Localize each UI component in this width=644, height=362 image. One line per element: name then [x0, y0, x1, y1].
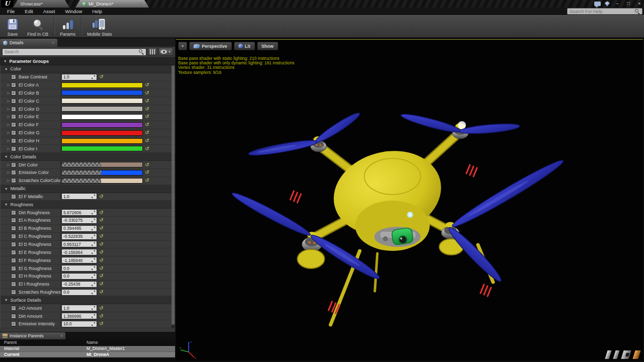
parameter-checkbox[interactable]: ✓ — [11, 210, 16, 215]
color-swatch[interactable] — [61, 98, 143, 104]
parameter-checkbox[interactable]: ✓ — [11, 250, 16, 255]
number-input[interactable]: 1.0 — [61, 74, 97, 80]
number-input[interactable]: 5.672906 — [61, 209, 97, 216]
menu-asset[interactable]: Asset — [38, 9, 60, 14]
reset-to-default-icon[interactable]: ↺ — [99, 266, 103, 271]
details-search-input[interactable] — [5, 49, 137, 54]
reset-to-default-icon[interactable]: ↺ — [145, 107, 149, 112]
number-input[interactable]: -1.185946 — [61, 257, 97, 263]
reset-to-default-icon[interactable]: ↺ — [99, 258, 103, 263]
expand-arrow-icon[interactable]: ▷ — [6, 139, 11, 143]
color-swatch[interactable] — [61, 130, 143, 136]
reset-to-default-icon[interactable]: ↺ — [99, 282, 103, 287]
tab-instance-parents[interactable]: Instance Parents × — [0, 332, 65, 339]
expand-arrow-icon[interactable]: ▷ — [6, 99, 11, 103]
parameter-checkbox[interactable]: ✓ — [11, 290, 16, 295]
parameter-checkbox[interactable]: ✓ — [11, 242, 16, 247]
reset-to-default-icon[interactable]: ↺ — [145, 170, 149, 175]
expand-arrow-icon[interactable]: ▷ — [6, 147, 11, 151]
group-header-roughness[interactable]: ▼Roughness — [1, 201, 175, 209]
expand-arrow-icon[interactable]: ▷ — [6, 170, 11, 174]
group-header-color[interactable]: ▼Color — [1, 65, 175, 73]
expand-arrow-icon[interactable]: ▷ — [6, 131, 11, 135]
group-header-metallic[interactable]: ▼Metallic — [1, 185, 175, 193]
reset-to-default-icon[interactable]: ↺ — [99, 226, 103, 231]
expand-arrow-icon[interactable]: ▷ — [6, 163, 11, 167]
find-in-cb-button[interactable]: Find in CB — [23, 17, 52, 37]
instance-parent-row-current[interactable]: CurrentMI_DroneA — [0, 352, 175, 358]
number-input[interactable]: 0.0 — [61, 289, 97, 296]
color-swatch[interactable] — [61, 170, 143, 175]
reset-to-default-icon[interactable]: ↺ — [99, 242, 103, 247]
parameter-checkbox[interactable]: ✓ — [11, 138, 16, 143]
parameter-checkbox[interactable]: ✓ — [11, 122, 16, 127]
feedback-bubble-icon[interactable] — [594, 2, 601, 6]
expand-arrow-icon[interactable]: ▷ — [6, 91, 11, 95]
number-input[interactable]: 0.394495 — [61, 225, 97, 232]
parameter-checkbox[interactable]: ✓ — [11, 194, 16, 199]
instance-parent-row-material[interactable]: MaterialM_DroneA_Master1 — [0, 346, 175, 352]
expand-arrow-icon[interactable]: ▷ — [6, 107, 11, 111]
view-options-button[interactable]: ▼ — [158, 48, 173, 56]
color-swatch[interactable] — [61, 106, 143, 112]
number-input[interactable]: -0.330275 — [61, 217, 97, 224]
number-input[interactable]: 1.0 — [61, 305, 97, 311]
group-header-surface-details[interactable]: ▼Surface Details — [1, 296, 175, 304]
params-button[interactable]: Params — [56, 17, 79, 37]
parameter-checkbox[interactable]: ✓ — [11, 162, 16, 167]
expand-arrow-icon[interactable]: ▷ — [6, 83, 11, 87]
reset-to-default-icon[interactable]: ↺ — [145, 162, 149, 167]
mobile-stats-button[interactable]: Mobile Stats — [83, 17, 116, 37]
color-swatch[interactable] — [61, 82, 143, 88]
tab-close-icon[interactable]: × — [139, 2, 142, 7]
parameter-checkbox[interactable]: ✓ — [11, 130, 16, 135]
column-filter-button[interactable] — [148, 48, 157, 56]
reset-to-default-icon[interactable]: ↺ — [99, 74, 103, 79]
number-input[interactable]: 1.386996 — [61, 313, 97, 319]
viewport-options-button[interactable]: ▼ — [178, 42, 187, 50]
reset-to-default-icon[interactable]: ↺ — [145, 82, 149, 87]
parameter-checkbox[interactable]: ✓ — [11, 282, 16, 287]
menu-help[interactable]: Help — [87, 9, 107, 14]
number-input[interactable]: -0.25438 — [61, 281, 97, 288]
reset-to-default-icon[interactable]: ↺ — [145, 90, 149, 96]
parameter-checkbox[interactable]: ✓ — [11, 170, 16, 175]
save-button[interactable]: Save — [2, 17, 23, 37]
group-header-color-details[interactable]: ▼Color Details — [1, 153, 175, 161]
parameter-checkbox[interactable]: ✓ — [11, 274, 16, 279]
reset-to-default-icon[interactable]: ↺ — [145, 99, 149, 104]
number-input[interactable]: 1.0 — [61, 193, 97, 200]
color-swatch[interactable] — [61, 138, 143, 144]
reset-to-default-icon[interactable]: ↺ — [145, 122, 149, 127]
color-swatch[interactable] — [61, 122, 143, 128]
tab-showcase[interactable]: Showcase* — [13, 0, 69, 8]
reset-to-default-icon[interactable]: ↺ — [99, 210, 103, 215]
reset-to-default-icon[interactable]: ↺ — [99, 250, 103, 255]
number-input[interactable]: 0.0 — [61, 265, 97, 272]
color-swatch[interactable] — [61, 162, 143, 167]
parameter-checkbox[interactable]: ✓ — [11, 321, 16, 326]
tab-close-icon[interactable]: × — [52, 40, 54, 45]
reset-to-default-icon[interactable]: ↺ — [145, 146, 149, 151]
reset-to-default-icon[interactable]: ↺ — [99, 290, 103, 295]
view-mode-button[interactable]: Lit — [234, 42, 255, 50]
parameter-checkbox[interactable]: ✓ — [11, 218, 16, 223]
minimize-button[interactable]: − — [614, 1, 621, 7]
color-swatch[interactable] — [61, 114, 143, 120]
parameter-checkbox[interactable]: ✓ — [11, 234, 16, 239]
parameter-checkbox[interactable]: ✓ — [11, 258, 16, 263]
tab-close-icon[interactable]: × — [60, 333, 63, 338]
parameter-checkbox[interactable]: ✓ — [11, 90, 16, 96]
parameter-checkbox[interactable]: ✓ — [11, 226, 16, 231]
reset-to-default-icon[interactable]: ↺ — [145, 114, 149, 119]
reset-to-default-icon[interactable]: ↺ — [99, 234, 103, 239]
color-swatch[interactable] — [61, 146, 143, 151]
camera-mode-button[interactable]: Perspective — [189, 42, 232, 50]
menu-window[interactable]: Window — [60, 9, 87, 14]
parameter-checkbox[interactable]: ✓ — [11, 178, 16, 183]
color-swatch[interactable] — [61, 90, 143, 96]
parameter-checkbox[interactable]: ✓ — [11, 306, 16, 311]
viewport[interactable]: ▼ Perspective Lit Show Base pass shader … — [176, 39, 643, 360]
reset-to-default-icon[interactable]: ↺ — [145, 138, 149, 143]
reset-to-default-icon[interactable]: ↺ — [99, 274, 103, 279]
